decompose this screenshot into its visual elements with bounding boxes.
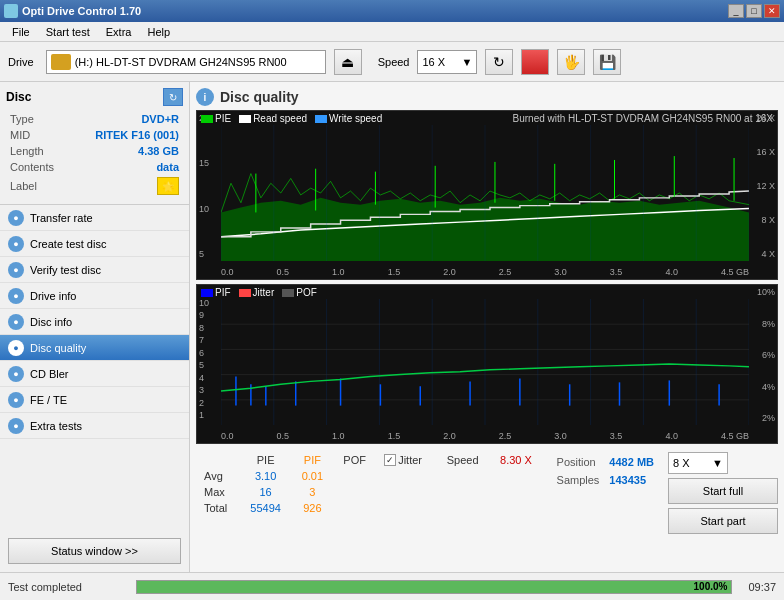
panel-title: Disc quality — [220, 89, 299, 105]
start-full-button[interactable]: Start full — [668, 478, 778, 504]
write-speed-color — [315, 115, 327, 123]
read-speed-label: Read speed — [253, 113, 307, 124]
y-right-12x: 12 X — [756, 181, 775, 191]
red-button[interactable] — [521, 49, 549, 75]
disc-quality-header-icon: i — [196, 88, 214, 106]
sidebar-item-disc-quality[interactable]: ● Disc quality — [0, 335, 189, 361]
test-speed-dropdown[interactable]: 8 X ▼ — [668, 452, 728, 474]
status-window-button[interactable]: Status window >> — [8, 538, 181, 564]
write-speed-label: Write speed — [329, 113, 382, 124]
avg-pif: 0.01 — [292, 468, 334, 484]
sidebar-item-verify-test-disc[interactable]: ● Verify test disc — [0, 257, 189, 283]
read-speed-color — [239, 115, 251, 123]
sidebar-item-transfer-rate[interactable]: ● Transfer rate — [0, 205, 189, 231]
cd-bler-label: CD Bler — [30, 368, 69, 380]
max-pof — [333, 484, 376, 500]
position-label: Position — [553, 454, 604, 470]
disc-title: Disc — [6, 90, 31, 104]
contents-value: data — [70, 160, 181, 174]
y-left-5: 5 — [199, 249, 219, 259]
create-test-disc-label: Create test disc — [30, 238, 106, 250]
maximize-button[interactable]: □ — [746, 4, 762, 18]
x-2.5: 2.5 — [499, 267, 512, 277]
drive-info-icon: ● — [8, 288, 24, 304]
label-button[interactable]: 🌟 — [157, 177, 179, 195]
col-empty — [196, 452, 240, 468]
avg-pof — [333, 468, 376, 484]
close-button[interactable]: ✕ — [764, 4, 780, 18]
menu-extra[interactable]: Extra — [98, 24, 140, 40]
transfer-rate-icon: ● — [8, 210, 24, 226]
pif-color — [201, 289, 213, 297]
x-4.0: 4.0 — [665, 267, 678, 277]
disc-quality-label: Disc quality — [30, 342, 86, 354]
drive-info-label: Drive info — [30, 290, 76, 302]
app-icon — [4, 4, 18, 18]
refresh-button[interactable]: ↻ — [485, 49, 513, 75]
menu-start-test[interactable]: Start test — [38, 24, 98, 40]
x-2.0: 2.0 — [443, 267, 456, 277]
sidebar-item-extra-tests[interactable]: ● Extra tests — [0, 413, 189, 439]
drive-label: Drive — [8, 56, 34, 68]
status-time: 09:37 — [748, 581, 776, 593]
right-stats: Position 4482 MB Samples 143435 — [551, 452, 660, 490]
save-button[interactable]: 💾 — [593, 49, 621, 75]
window-controls[interactable]: _ □ ✕ — [728, 4, 780, 18]
start-part-button[interactable]: Start part — [668, 508, 778, 534]
disc-info: Type DVD+R MID RITEK F16 (001) Length 4.… — [6, 110, 183, 198]
transfer-rate-label: Transfer rate — [30, 212, 93, 224]
stats-table: PIE PIF POF ✓ Jitter Speed — [196, 452, 543, 516]
avg-label: Avg — [196, 468, 240, 484]
fe-te-label: FE / TE — [30, 394, 67, 406]
minimize-button[interactable]: _ — [728, 4, 744, 18]
action-buttons: 8 X ▼ Start full Start part — [668, 452, 778, 534]
max-pif: 3 — [292, 484, 334, 500]
speed-dropdown-arrow: ▼ — [712, 457, 723, 469]
disc-label-label: Label — [8, 176, 68, 196]
disc-refresh-button[interactable]: ↻ — [163, 88, 183, 106]
create-test-disc-icon: ● — [8, 236, 24, 252]
sidebar-item-cd-bler[interactable]: ● CD Bler — [0, 361, 189, 387]
sidebar-item-fe-te[interactable]: ● FE / TE — [0, 387, 189, 413]
samples-value: 143435 — [605, 472, 658, 488]
speed-dropdown-icon: ▼ — [462, 56, 473, 68]
drive-select[interactable]: (H:) HL-DT-ST DVDRAM GH24NS95 RN00 — [46, 50, 326, 74]
col-pof: POF — [333, 452, 376, 468]
avg-pie: 3.10 — [240, 468, 292, 484]
x-3.5: 3.5 — [610, 267, 623, 277]
status-text: Test completed — [8, 581, 128, 593]
chart-container: PIE Read speed Write speed Burned with H… — [196, 110, 778, 566]
type-label: Type — [8, 112, 68, 126]
col-jitter-check[interactable]: ✓ Jitter — [376, 452, 436, 468]
pof-color — [282, 289, 294, 297]
extra-tests-label: Extra tests — [30, 420, 82, 432]
max-label: Max — [196, 484, 240, 500]
sidebar-item-create-test-disc[interactable]: ● Create test disc — [0, 231, 189, 257]
drive-icon — [51, 54, 71, 70]
verify-test-disc-icon: ● — [8, 262, 24, 278]
lower-x-axis: 0.0 0.5 1.0 1.5 2.0 2.5 3.0 3.5 4.0 4.5 … — [221, 431, 749, 441]
eject-button[interactable]: ⏏ — [334, 49, 362, 75]
panel-header: i Disc quality — [196, 88, 778, 106]
position-value: 4482 MB — [605, 454, 658, 470]
stats-avg-row: Avg 3.10 0.01 — [196, 468, 543, 484]
speed-select[interactable]: 16 X ▼ — [417, 50, 477, 74]
sidebar-item-drive-info[interactable]: ● Drive info — [0, 283, 189, 309]
hand-button[interactable]: 🖐 — [557, 49, 585, 75]
mid-value: RITEK F16 (001) — [70, 128, 181, 142]
drive-value: (H:) HL-DT-ST DVDRAM GH24NS95 RN00 — [75, 56, 287, 68]
col-pif: PIF — [292, 452, 334, 468]
lower-y-axis-right: 10% 8% 6% 4% 2% — [749, 285, 777, 425]
y-left-10: 10 — [199, 204, 219, 214]
sidebar-item-disc-info[interactable]: ● Disc info — [0, 309, 189, 335]
contents-label: Contents — [8, 160, 68, 174]
stats-area: PIE PIF POF ✓ Jitter Speed — [196, 452, 778, 534]
stats-total-row: Total 55494 926 — [196, 500, 543, 516]
jitter-checkbox[interactable]: ✓ — [384, 454, 396, 466]
total-pof — [333, 500, 376, 516]
menu-help[interactable]: Help — [139, 24, 178, 40]
verify-test-disc-label: Verify test disc — [30, 264, 101, 276]
legend-pof: POF — [282, 287, 317, 298]
right-panel: i Disc quality PIE Read speed — [190, 82, 784, 572]
menu-file[interactable]: File — [4, 24, 38, 40]
